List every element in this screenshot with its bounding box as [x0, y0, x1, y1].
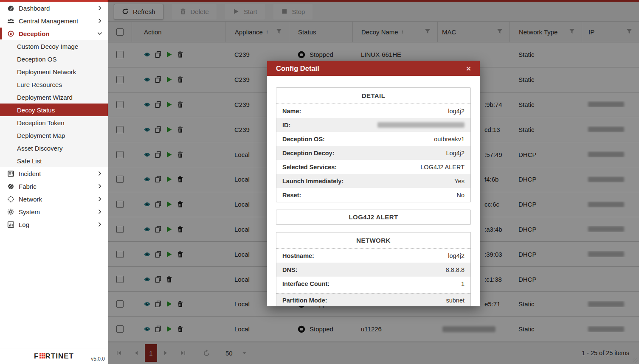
chevron-right-icon	[97, 18, 102, 23]
sidebar-subitem-label: Deployment Map	[17, 132, 65, 139]
sidebar-subitem-label: Custom Decoy Image	[17, 43, 78, 50]
chevron-right-icon	[97, 209, 102, 214]
modal-field-value: log4j2	[448, 252, 464, 259]
sidebar-subitem-label: Asset Discovery	[17, 145, 63, 152]
incident-icon	[7, 170, 14, 177]
modal-field-row: Partition Mode:subnet	[276, 293, 470, 306]
modal-field-label: Hostname:	[282, 252, 314, 259]
modal-header: Config Detail ×	[267, 61, 480, 76]
sidebar-subitem-label: Deception Token	[17, 119, 64, 126]
fortinet-dot-grid-icon	[39, 352, 45, 358]
sidebar-item-asset-discovery[interactable]: Asset Discovery	[0, 142, 108, 154]
modal-field-label: DNS:	[282, 266, 297, 273]
sidebar-footer: FRTINET v5.0.0	[0, 348, 108, 364]
fabric-icon	[7, 183, 14, 190]
target-icon	[7, 30, 14, 37]
modal-field-row: DNS:8.8.8.8	[276, 263, 470, 277]
logo-text-post: RTINET	[45, 352, 74, 360]
sidebar-item-central-management[interactable]: Central Management	[0, 14, 108, 27]
modal-field-label: Interface Count:	[282, 280, 329, 287]
sidebar-item-lure-resources[interactable]: Lure Resources	[0, 78, 108, 91]
sidebar-item-dashboard[interactable]: Dashboard	[0, 2, 108, 14]
modal-field-value: LOG4J2 ALERT	[420, 164, 464, 171]
modal-field-row: Deception OS:outbreakv1	[276, 132, 470, 146]
modal-section-title: DETAIL	[276, 88, 470, 104]
sidebar-item-label: Dashboard	[19, 5, 50, 12]
sidebar: DashboardCentral ManagementDeceptionCust…	[0, 0, 108, 364]
modal-section-title: NETWORK	[276, 232, 470, 249]
modal-title: Config Detail	[276, 64, 319, 73]
modal-field-label: Reset:	[282, 192, 301, 199]
chevron-down-icon	[97, 31, 102, 36]
sidebar-item-deception-token[interactable]: Deception Token	[0, 116, 108, 129]
sidebar-submenu-deception: Custom Decoy ImageDeception OSDeployment…	[0, 40, 108, 167]
modal-field-value: 1	[461, 280, 464, 287]
modal-field-row: Launch Immediately:Yes	[276, 174, 470, 188]
modal-field-row: Reset:No	[276, 188, 470, 202]
chevron-right-icon	[97, 6, 102, 11]
modal-field-label: Deception Decoy:	[282, 150, 334, 157]
sidebar-item-network[interactable]: Network	[0, 193, 108, 205]
sidebar-item-label: Log	[19, 221, 29, 228]
sidebar-item-deployment-network[interactable]: Deployment Network	[0, 65, 108, 78]
version-label: v5.0.0	[91, 356, 105, 362]
gear-icon	[7, 208, 14, 216]
close-icon[interactable]: ×	[466, 64, 471, 73]
main-content: RefreshDeleteStartStop ActionAppliance↑S…	[108, 0, 639, 364]
gauge-icon	[7, 5, 14, 12]
sidebar-item-label: Central Management	[19, 17, 78, 25]
modal-field-value: 8.8.8.8	[446, 266, 464, 273]
sidebar-item-label: Network	[19, 196, 42, 203]
users-icon	[7, 17, 14, 25]
sidebar-item-system[interactable]: System	[0, 205, 108, 218]
sidebar-item-custom-decoy-image[interactable]: Custom Decoy Image	[0, 40, 108, 53]
sidebar-subitem-label: Deployment Wizard	[17, 94, 73, 101]
modal-field-row: Interface Count:1	[276, 277, 470, 291]
chart-icon	[7, 221, 14, 228]
sidebar-item-incident[interactable]: Incident	[0, 167, 108, 180]
sidebar-nav: DashboardCentral ManagementDeceptionCust…	[0, 2, 108, 231]
sidebar-item-deception[interactable]: Deception	[0, 27, 108, 40]
sidebar-subitem-label: Deception OS	[17, 56, 56, 63]
sidebar-item-log[interactable]: Log	[0, 218, 108, 231]
modal-field-value: subnet	[446, 297, 464, 304]
sidebar-item-label: Incident	[19, 170, 41, 177]
modal-field-value: log4j2	[448, 108, 464, 115]
modal-field-row: Selected Services:LOG4J2 ALERT	[276, 160, 470, 174]
sidebar-item-deployment-map[interactable]: Deployment Map	[0, 129, 108, 142]
modal-field-label: Deception OS:	[282, 136, 325, 143]
sidebar-subitem-label: Lure Resources	[17, 81, 62, 88]
modal-field-value: outbreakv1	[434, 136, 464, 143]
modal-field-value: No	[456, 192, 464, 199]
sidebar-item-safe-list[interactable]: Safe List	[0, 154, 108, 167]
app-window: DashboardCentral ManagementDeceptionCust…	[0, 0, 639, 364]
sidebar-item-deception-os[interactable]: Deception OS	[0, 53, 108, 65]
sidebar-subitem-label: Deployment Network	[17, 68, 76, 76]
sidebar-item-label: Deception	[19, 30, 50, 37]
modal-field-label: Selected Services:	[282, 164, 337, 171]
network-icon	[7, 196, 14, 203]
modal-field-row: Hostname:log4j2	[276, 249, 470, 263]
modal-body: DETAILName:log4j2ID:Deception OS:outbrea…	[267, 87, 480, 306]
chevron-right-icon	[97, 196, 102, 202]
sidebar-subitem-label: Safe List	[17, 157, 42, 165]
logo-text-pre: F	[34, 352, 39, 360]
config-detail-modal: Config Detail × DETAILName:log4j2ID:Dece…	[267, 61, 480, 306]
modal-section-detail: DETAILName:log4j2ID:Deception OS:outbrea…	[276, 87, 471, 202]
sidebar-item-deployment-wizard[interactable]: Deployment Wizard	[0, 91, 108, 104]
modal-field-label: Partition Mode:	[282, 297, 327, 304]
modal-field-row: ID:	[276, 118, 470, 132]
sidebar-subitem-label: Decoy Status	[17, 106, 55, 114]
sidebar-item-label: Fabric	[19, 183, 37, 190]
sidebar-item-fabric[interactable]: Fabric	[0, 180, 108, 193]
chevron-right-icon	[97, 171, 102, 176]
modal-field-row: Name:log4j2	[276, 104, 470, 118]
sidebar-item-label: System	[19, 208, 40, 216]
chevron-right-icon	[97, 222, 102, 227]
modal-section-title: LOG4J2 ALERT	[276, 210, 470, 224]
sidebar-item-decoy-status[interactable]: Decoy Status	[0, 104, 108, 116]
modal-field-label: Name:	[282, 108, 301, 115]
modal-field-value: Log4j2	[446, 150, 464, 157]
chevron-right-icon	[97, 184, 102, 189]
modal-section-network: NETWORKHostname:log4j2DNS:8.8.8.8Interfa…	[276, 232, 471, 306]
